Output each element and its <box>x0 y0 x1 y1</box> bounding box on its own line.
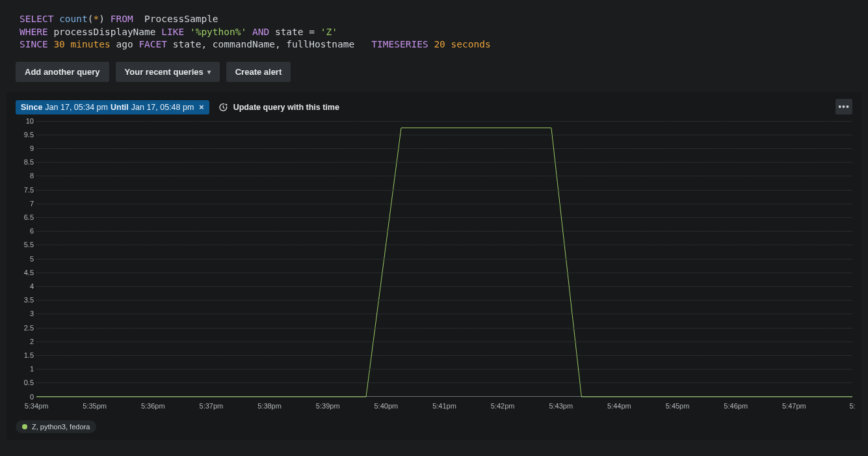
query-toolbar: Add another query Your recent queries ▾ … <box>0 62 868 92</box>
create-alert-label: Create alert <box>235 67 282 77</box>
x-tick: 5:36pm <box>141 402 165 410</box>
gridline <box>36 355 852 356</box>
y-tick: 1 <box>30 365 34 373</box>
x-tick: 5:41pm <box>432 402 456 410</box>
x-axis: 5:34pm5:35pm5:36pm5:37pm5:38pm5:39pm5:40… <box>36 399 852 412</box>
legend-item[interactable]: Z, python3, fedora <box>16 420 96 433</box>
fn-count: count <box>59 14 88 24</box>
chart-panel: Since Jan 17, 05:34 pm Until Jan 17, 05:… <box>7 92 861 440</box>
op-eq: = <box>309 27 315 37</box>
recent-queries-button[interactable]: Your recent queries ▾ <box>116 62 220 82</box>
x-tick: 5:40pm <box>374 402 398 410</box>
gridline <box>36 176 852 176</box>
update-query-time-button[interactable]: Update query with this time <box>218 102 339 113</box>
since-value: Jan 17, 05:34 pm <box>45 103 108 112</box>
x-tick: 5:43pm <box>549 402 573 410</box>
ellipsis-icon: ••• <box>838 101 850 112</box>
series-line <box>36 127 852 396</box>
gridline <box>36 300 852 301</box>
str-z: 'Z' <box>321 27 337 37</box>
gridline <box>36 245 852 245</box>
gridline <box>36 217 852 218</box>
x-tick: 5:35pm <box>83 402 107 410</box>
time-range-pill[interactable]: Since Jan 17, 05:34 pm Until Jan 17, 05:… <box>16 100 209 114</box>
chart-menu-button[interactable]: ••• <box>835 99 852 114</box>
add-query-label: Add another query <box>25 67 100 77</box>
gridline <box>36 190 852 191</box>
chevron-down-icon: ▾ <box>207 68 211 75</box>
y-tick: 4.5 <box>24 269 34 276</box>
gridline <box>36 342 852 342</box>
gridline <box>36 204 852 204</box>
y-tick: 8 <box>30 172 34 180</box>
gridline <box>36 314 852 314</box>
y-tick: 2.5 <box>24 324 34 332</box>
x-tick: 5:45pm <box>666 402 690 410</box>
x-tick: 5:37pm <box>200 402 224 410</box>
kw-ago: ago <box>116 39 133 49</box>
recent-queries-label: Your recent queries <box>125 67 204 77</box>
gridline <box>36 273 852 273</box>
x-tick: 5:39pm <box>316 402 340 410</box>
x-tick: 5:44pm <box>607 402 631 410</box>
facet-fields: state, commandName, fullHostname <box>173 39 354 49</box>
y-tick: 0 <box>30 393 34 401</box>
create-alert-button[interactable]: Create alert <box>226 62 291 82</box>
x-tick: 5:42pm <box>491 402 515 410</box>
gridline <box>36 382 852 383</box>
y-tick: 7.5 <box>24 186 34 194</box>
num-since: 30 <box>53 39 64 49</box>
table-name: ProcessSample <box>144 14 218 24</box>
y-tick: 5.5 <box>24 241 34 248</box>
star: * <box>94 14 99 24</box>
y-tick: 8.5 <box>24 158 34 166</box>
num-ts: 20 <box>434 39 445 49</box>
unit-since: minutes <box>71 39 111 49</box>
gridline <box>36 286 852 287</box>
kw-facet: FACET <box>138 39 167 49</box>
x-tick: 5:46pm <box>724 402 748 410</box>
x-tick: 5:47pm <box>782 402 806 410</box>
gridline <box>36 162 852 163</box>
until-value: Jan 17, 05:48 pm <box>131 103 194 112</box>
gridline <box>36 259 852 260</box>
x-tick: 5:38pm <box>257 402 282 410</box>
field-state: state <box>275 27 304 37</box>
since-label: Since <box>21 103 42 112</box>
y-tick: 6 <box>30 227 34 235</box>
str-python: '%python%' <box>190 27 246 37</box>
gridline <box>36 369 852 369</box>
plot-area <box>36 121 852 397</box>
y-tick: 9.5 <box>24 131 34 139</box>
query-editor[interactable]: SELECT count(*) FROM ProcessSample WHERE… <box>0 0 868 62</box>
update-time-label: Update query with this time <box>233 103 339 112</box>
gridline <box>36 231 852 232</box>
close-icon[interactable]: × <box>199 103 204 112</box>
y-tick: 1.5 <box>24 351 34 359</box>
kw-timeseries: TIMESERIES <box>371 39 428 49</box>
y-axis: 00.511.522.533.544.555.566.577.588.599.5… <box>20 121 36 397</box>
kw-and: AND <box>252 27 269 37</box>
y-tick: 3 <box>30 310 34 317</box>
gridline <box>36 121 852 122</box>
y-tick: 3.5 <box>24 296 34 304</box>
until-label: Until <box>111 103 129 112</box>
y-tick: 2 <box>30 338 34 345</box>
unit-ts: seconds <box>451 39 491 49</box>
y-tick: 10 <box>26 117 34 125</box>
kw-select: SELECT <box>20 14 53 24</box>
kw-where: WHERE <box>20 27 48 37</box>
x-tick: 5: <box>849 402 855 410</box>
clock-plus-icon <box>218 102 229 113</box>
y-tick: 4 <box>30 282 34 290</box>
field-processDisplayName: processDisplayName <box>53 27 155 37</box>
kw-since: SINCE <box>20 39 48 49</box>
x-tick: 5:34pm <box>25 402 49 410</box>
legend-color-dot <box>22 424 27 429</box>
chart-area[interactable]: 00.511.522.533.544.555.566.577.588.599.5… <box>20 121 852 412</box>
y-tick: 0.5 <box>24 379 34 386</box>
y-tick: 6.5 <box>24 213 34 221</box>
kw-like: LIKE <box>161 27 184 37</box>
add-another-query-button[interactable]: Add another query <box>16 62 109 82</box>
gridline <box>36 328 852 329</box>
